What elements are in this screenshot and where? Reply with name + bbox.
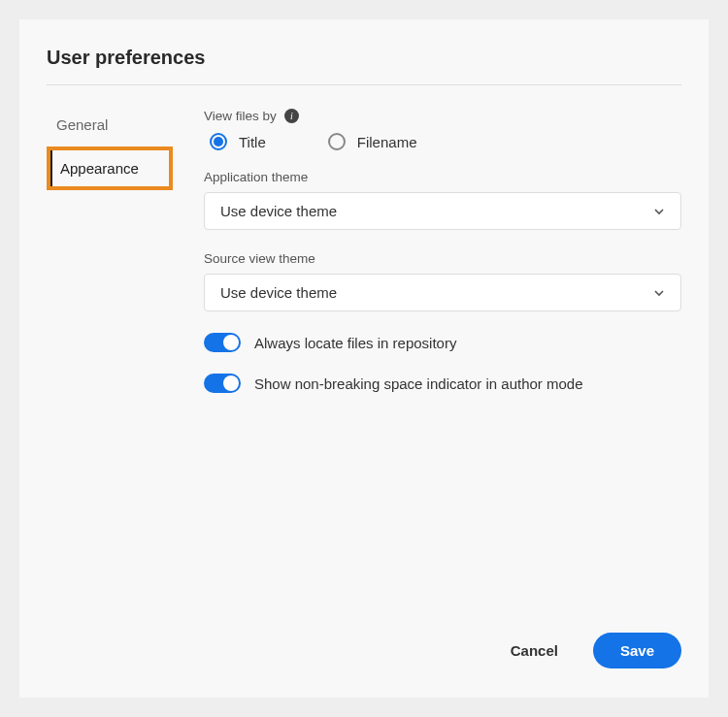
divider <box>47 84 681 85</box>
main: View files by i Title Filename Applicati… <box>204 109 681 414</box>
user-preferences-dialog: User preferences General Appearance View… <box>19 19 709 698</box>
source-theme-value: Use device theme <box>220 284 337 301</box>
chevron-down-icon <box>653 287 665 299</box>
view-files-by-group: Title Filename <box>204 133 681 150</box>
dialog-footer: Cancel Save <box>499 633 681 668</box>
toggle-locate-files-label: Always locate files in repository <box>254 335 456 351</box>
app-theme-value: Use device theme <box>220 203 337 219</box>
app-theme-label: Application theme <box>204 170 681 184</box>
dialog-title: User preferences <box>47 47 681 69</box>
view-files-by-label: View files by i <box>204 109 681 123</box>
radio-filename[interactable] <box>328 133 346 150</box>
radio-filename-label: Filename <box>357 134 417 150</box>
save-button[interactable]: Save <box>593 633 681 668</box>
info-icon[interactable]: i <box>284 109 299 123</box>
source-theme-label: Source view theme <box>204 251 681 266</box>
toggle-nbsp-label: Show non-breaking space indicator in aut… <box>254 375 583 392</box>
toggle-locate-files[interactable] <box>204 333 241 352</box>
toggle-row-locate-files: Always locate files in repository <box>204 333 681 352</box>
sidebar: General Appearance <box>47 109 173 414</box>
cancel-button[interactable]: Cancel <box>499 635 570 667</box>
toggle-row-nbsp: Show non-breaking space indicator in aut… <box>204 374 681 393</box>
toggle-nbsp[interactable] <box>204 374 241 393</box>
content: General Appearance View files by i Title… <box>47 109 681 414</box>
tab-appearance[interactable]: Appearance <box>47 147 173 190</box>
tab-general[interactable]: General <box>47 109 173 141</box>
radio-title[interactable] <box>210 133 227 150</box>
app-theme-select[interactable]: Use device theme <box>204 192 681 230</box>
view-files-by-text: View files by <box>204 109 277 123</box>
radio-option-title[interactable]: Title <box>210 133 266 150</box>
radio-option-filename[interactable]: Filename <box>328 133 417 150</box>
radio-title-label: Title <box>239 134 266 150</box>
source-theme-select[interactable]: Use device theme <box>204 274 681 311</box>
chevron-down-icon <box>653 206 665 217</box>
